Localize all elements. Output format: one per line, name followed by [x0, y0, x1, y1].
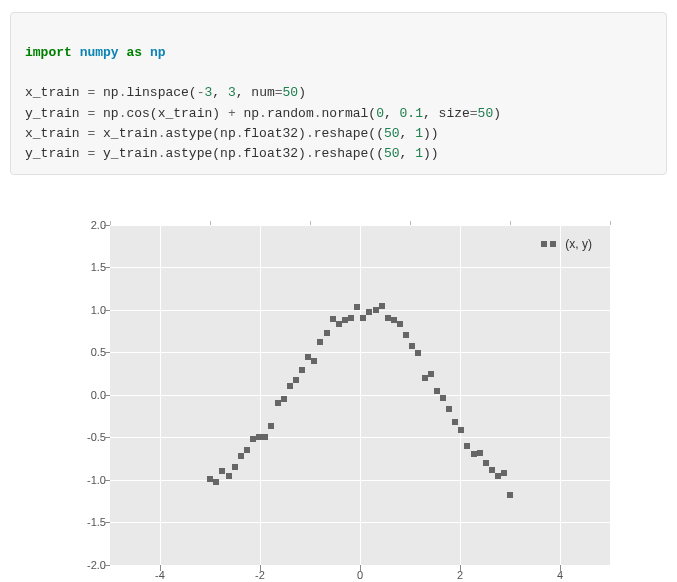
grid-line [460, 225, 461, 565]
data-point [262, 434, 268, 440]
data-point [281, 396, 287, 402]
data-point [483, 460, 489, 466]
y-tick-label: -2.0 [60, 559, 106, 571]
tick-mark [360, 565, 361, 571]
code-block: import numpy as np x_train = np.linspace… [10, 12, 667, 175]
tick-mark [104, 310, 110, 311]
tick-mark [104, 225, 110, 226]
tick-mark [460, 565, 461, 571]
y-tick-label: 1.0 [60, 304, 106, 316]
scatter-chart: (x, y) -2.0-1.5-1.0-0.50.00.51.01.52.0-4… [60, 215, 620, 582]
grid-line [260, 225, 261, 565]
data-point [489, 467, 495, 473]
grid-line [360, 225, 361, 565]
data-point [366, 309, 372, 315]
module-numpy: numpy [80, 45, 119, 60]
code-text: x_train [25, 85, 87, 100]
data-point [324, 330, 330, 336]
data-point [213, 479, 219, 485]
y-tick-label: 0.0 [60, 389, 106, 401]
y-tick-label: 1.5 [60, 261, 106, 273]
legend-label: (x, y) [565, 237, 592, 251]
module-np: np [150, 45, 166, 60]
y-tick-label: -1.0 [60, 474, 106, 486]
tick-mark [104, 395, 110, 396]
data-point [354, 304, 360, 310]
data-point [299, 367, 305, 373]
data-point [219, 468, 225, 474]
chart-legend: (x, y) [529, 231, 604, 257]
data-point [434, 388, 440, 394]
data-point [232, 464, 238, 470]
grid-line [560, 225, 561, 565]
tick-mark [260, 565, 261, 571]
y-tick-label: 0.5 [60, 346, 106, 358]
legend-marker-icon [541, 241, 547, 247]
data-point [464, 443, 470, 449]
data-point [415, 350, 421, 356]
y-tick-label: -0.5 [60, 431, 106, 443]
chart-figure: (x, y) -2.0-1.5-1.0-0.50.00.51.01.52.0-4… [10, 215, 667, 582]
tick-mark [160, 565, 161, 571]
data-point [379, 303, 385, 309]
data-point [397, 321, 403, 327]
tick-mark [104, 480, 110, 481]
data-point [268, 423, 274, 429]
data-point [342, 317, 348, 323]
legend-marker-icon [550, 241, 556, 247]
tick-mark [104, 267, 110, 268]
data-point [403, 332, 409, 338]
data-point [238, 453, 244, 459]
data-point [311, 358, 317, 364]
tick-mark [104, 437, 110, 438]
keyword-import: import [25, 45, 72, 60]
tick-mark [104, 565, 110, 566]
data-point [452, 419, 458, 425]
data-point [244, 447, 250, 453]
data-point [440, 395, 446, 401]
y-tick-label: 2.0 [60, 219, 106, 231]
data-point [458, 427, 464, 433]
plot-area: (x, y) [110, 225, 610, 565]
data-point [293, 377, 299, 383]
data-point [446, 406, 452, 412]
data-point [287, 383, 293, 389]
data-point [226, 473, 232, 479]
data-point [428, 371, 434, 377]
tick-mark [104, 522, 110, 523]
data-point [507, 492, 513, 498]
data-point [360, 315, 366, 321]
tick-mark [560, 565, 561, 571]
data-point [409, 343, 415, 349]
y-tick-label: -1.5 [60, 516, 106, 528]
grid-line [160, 225, 161, 565]
data-point [391, 317, 397, 323]
data-point [477, 450, 483, 456]
tick-mark [104, 352, 110, 353]
data-point [501, 470, 507, 476]
data-point [348, 315, 354, 321]
keyword-as: as [126, 45, 142, 60]
data-point [317, 339, 323, 345]
